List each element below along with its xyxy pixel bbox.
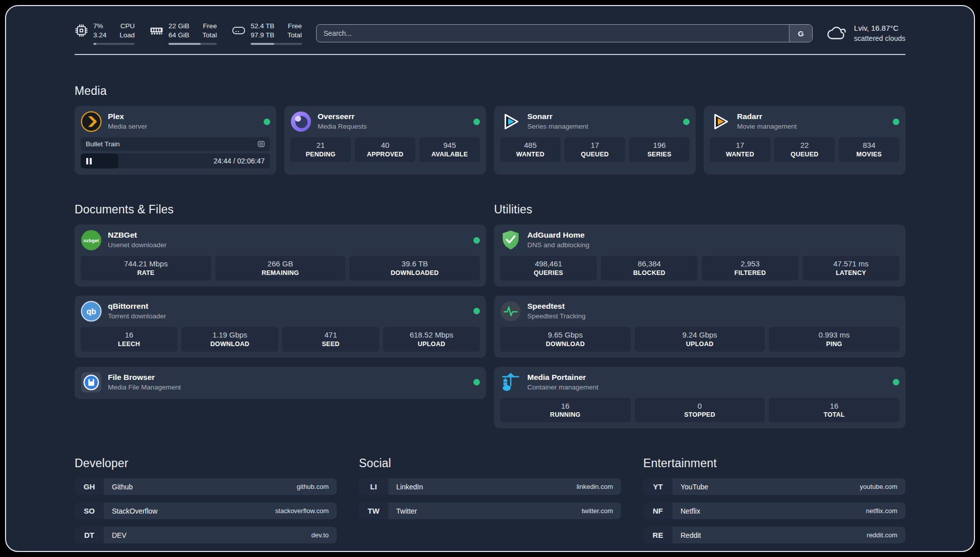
bookmark-group-entertainment: Entertainment YT YouTube youtube.com NF … (643, 457, 905, 543)
service-card-speedtest[interactable]: Speedtest Speedtest Tracking 9.65 Gbps D… (494, 296, 905, 358)
service-stat: 39.6 TB DOWNLOADED (349, 256, 480, 281)
resource-widgets: 7% 3.24 CPU Load (75, 22, 302, 45)
service-description: DNS and adblocking (527, 241, 589, 250)
overseerr-icon (290, 111, 312, 132)
header-divider (75, 54, 905, 55)
search-provider-button[interactable]: G (789, 25, 812, 42)
search-input[interactable] (317, 25, 789, 42)
service-stat: 744.21 Mbps RATE (81, 256, 211, 281)
service-stat: 945 AVAILABLE (419, 137, 480, 162)
service-stat: 2,953 FILTERED (702, 256, 799, 281)
bookmark-name: LinkedIn (396, 483, 423, 491)
bookmark-name: DEV (112, 531, 127, 539)
service-stat: 16 TOTAL (769, 398, 899, 423)
documents-column: Documents & Files nzbget NZBGet Usenet d… (75, 189, 486, 399)
bookmark-youtube[interactable]: YT YouTube youtube.com (643, 478, 905, 495)
status-indicator (893, 379, 899, 385)
playback-progressbar: 24:44 / 02:06:47 (81, 153, 270, 169)
service-name: Sonarr (527, 112, 588, 122)
service-stat: 86,384 BLOCKED (601, 256, 698, 281)
bookmark-group-title: Entertainment (643, 457, 905, 470)
service-card-filebrowser[interactable]: File Browser Media File Management (75, 367, 486, 399)
bookmark-stackoverflow[interactable]: SO StackOverflow stackoverflow.com (75, 503, 337, 519)
status-indicator (473, 237, 480, 244)
memory-label-bottom: Total (203, 31, 217, 40)
disk-label-bottom: Total (287, 31, 302, 40)
bookmark-url: github.com (296, 483, 329, 490)
service-stat: 9.24 Gbps UPLOAD (635, 327, 765, 352)
service-stat: 0 STOPPED (635, 398, 765, 423)
service-stat: 0.993 ms PING (769, 327, 899, 352)
cpu-label-bottom: Load (119, 31, 135, 40)
pause-button[interactable] (86, 158, 92, 164)
bookmark-github[interactable]: GH Github github.com (75, 478, 337, 495)
service-description: Speedtest Tracking (527, 312, 586, 321)
status-indicator (473, 379, 480, 385)
service-card-radarr[interactable]: Radarr Movie management 17 WANTED 22 QUE… (704, 106, 905, 175)
disk-widget: 52.4 TB 97.9 TB Free Total (232, 22, 302, 45)
bookmark-reddit[interactable]: RE Reddit reddit.com (643, 527, 905, 543)
service-name: NZBGet (108, 230, 166, 241)
service-name: Plex (108, 112, 147, 122)
bookmark-group-title: Social (359, 457, 621, 470)
service-stat: 16 LEECH (81, 327, 177, 352)
bookmark-name: YouTube (681, 483, 708, 491)
service-description: Media Requests (318, 122, 367, 131)
portainer-icon (500, 372, 521, 393)
service-card-portainer[interactable]: Media Portainer Container management 16 … (494, 367, 905, 429)
bookmark-url: stackoverflow.com (275, 507, 329, 515)
bookmark-linkedin[interactable]: LI LinkedIn linkedin.com (359, 478, 621, 495)
service-stat: 498,461 QUERIES (500, 256, 597, 281)
utilities-column: Utilities AdGuard Home (494, 189, 905, 428)
now-playing-title: Bullet Train (86, 140, 120, 148)
group-title-media: Media (75, 84, 905, 98)
disk-free: 52.4 TB (251, 22, 274, 31)
nzbget-icon: nzbget (81, 230, 102, 251)
bookmark-twitter[interactable]: TW Twitter twitter.com (359, 503, 621, 519)
disk-total: 97.9 TB (251, 31, 274, 40)
service-name: File Browser (108, 372, 181, 383)
disk-progressbar (251, 43, 302, 45)
service-card-adguard[interactable]: AdGuard Home DNS and adblocking 498,461 … (494, 225, 905, 287)
session-type-icon (257, 140, 265, 148)
memory-total: 64 GiB (168, 31, 189, 40)
top-bar: 7% 3.24 CPU Load (75, 19, 905, 47)
service-stat: 471 SEED (282, 327, 379, 352)
qbittorrent-icon: qb (81, 301, 102, 322)
sonarr-icon (500, 111, 521, 132)
memory-progressbar (168, 43, 217, 45)
service-name: Overseerr (318, 112, 367, 122)
service-card-plex[interactable]: Plex Media server Bullet Train 24:44 / 0… (75, 106, 276, 175)
bookmark-url: dev.to (312, 531, 329, 539)
dashboard-panel: 7% 3.24 CPU Load (5, 5, 975, 552)
bookmark-netflix[interactable]: NF Netflix netflix.com (643, 503, 905, 519)
cpu-icon (75, 24, 88, 37)
service-card-qbittorrent[interactable]: qb qBittorrent Torrent downloader 16 LEE… (75, 296, 486, 358)
service-card-overseerr[interactable]: Overseerr Media Requests 21 PENDING 40 A… (284, 106, 486, 175)
service-name: qBittorrent (108, 301, 166, 312)
bookmark-url: reddit.com (867, 531, 897, 539)
status-indicator (473, 119, 480, 125)
memory-icon (150, 24, 163, 37)
bookmark-group-title: Developer (75, 457, 337, 470)
cpu-label-top: CPU (119, 22, 135, 31)
group-title-utilities: Utilities (494, 203, 905, 216)
memory-free: 22 GiB (168, 22, 189, 31)
cloud-icon (827, 25, 848, 42)
service-card-sonarr[interactable]: Sonarr Series management 485 WANTED 17 Q… (494, 106, 696, 175)
service-stat: 22 QUEUED (774, 137, 835, 162)
media-grid: Plex Media server Bullet Train 24:44 / 0… (75, 106, 905, 175)
cpu-progressbar (93, 43, 135, 45)
service-name: Radarr (737, 112, 797, 122)
adguard-icon (500, 230, 521, 251)
service-card-nzbget[interactable]: nzbget NZBGet Usenet downloader 744.21 M… (75, 225, 486, 287)
bookmark-url: linkedin.com (577, 483, 613, 490)
service-description: Torrent downloader (108, 312, 166, 321)
status-indicator (473, 308, 480, 314)
bookmark-dev[interactable]: DT DEV dev.to (75, 527, 337, 543)
bookmark-name: StackOverflow (112, 507, 157, 515)
status-indicator (683, 119, 690, 125)
service-name: Speedtest (527, 301, 586, 312)
cpu-loadavg: 3.24 (93, 31, 106, 40)
speedtest-icon (500, 301, 521, 322)
